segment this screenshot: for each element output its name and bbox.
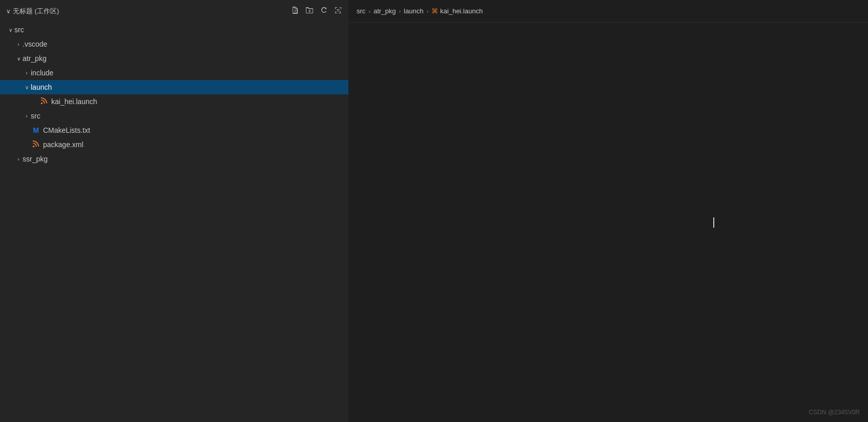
chevron-src-root: ∨ [6,27,14,33]
tree-item-kai-hei-launch[interactable]: kai_hei.launch [0,94,348,109]
cmake-icon: M [31,126,41,134]
label-cmakelists: CMakeLists.txt [43,126,90,134]
tree-item-ssr-pkg[interactable]: › ssr_pkg [0,152,348,166]
sidebar-header-icons [291,6,342,16]
sidebar: ∨ 无标题 (工作区) [0,0,348,422]
breadcrumb-file: ⌘ kai_hei.launch [431,7,483,15]
chevron-launch: ∨ [23,85,31,90]
editor-area[interactable]: CSDN @2345V0R [348,23,868,422]
chevron-ssr-pkg: › [14,156,23,162]
breadcrumb-bar: src › atr_pkg › launch › ⌘ kai_hei.launc… [348,0,868,23]
breadcrumb-sep-2: › [399,8,401,14]
chevron-atr-pkg: ∨ [14,56,23,62]
label-atr-pkg: atr_pkg [23,54,47,63]
new-folder-icon[interactable] [305,6,314,16]
tree-item-launch[interactable]: ∨ launch [0,80,348,94]
main-content: src › atr_pkg › launch › ⌘ kai_hei.launc… [348,0,868,422]
label-package-xml: package.xml [43,140,84,149]
watermark: CSDN @2345V0R [809,409,860,416]
sidebar-title-area: ∨ 无标题 (工作区) [6,7,287,16]
chevron-src-inner: › [23,113,31,119]
tree-item-atr-pkg[interactable]: ∨ atr_pkg [0,51,348,66]
text-cursor [713,217,714,228]
breadcrumb-filename: kai_hei.launch [440,7,483,15]
file-tree: ∨ src › .vscode ∨ atr_pkg › include ∨ la… [0,23,348,166]
breadcrumb: src › atr_pkg › launch › ⌘ kai_hei.launc… [357,7,483,15]
breadcrumb-rss-icon: ⌘ [431,7,438,15]
rss-icon-kai-hei [39,97,49,106]
label-ssr-pkg: ssr_pkg [23,155,48,163]
breadcrumb-sep-3: › [426,8,428,14]
breadcrumb-src: src [357,7,365,15]
breadcrumb-sep-1: › [368,8,370,14]
new-file-icon[interactable] [291,6,299,16]
label-vscode: .vscode [23,40,47,48]
rss-icon-package-xml [31,140,41,149]
breadcrumb-atr-pkg: atr_pkg [374,7,396,15]
label-src-inner: src [31,112,40,120]
label-kai-hei-launch: kai_hei.launch [51,97,97,106]
breadcrumb-launch: launch [404,7,423,15]
sidebar-title-text: 无标题 (工作区) [13,7,59,16]
label-include: include [31,69,53,77]
tree-item-src-inner[interactable]: › src [0,109,348,123]
collapse-all-icon[interactable] [334,6,342,16]
svg-point-1 [33,145,35,147]
tree-item-cmakelists[interactable]: M CMakeLists.txt [0,123,348,137]
tree-item-vscode[interactable]: › .vscode [0,37,348,51]
tree-item-include[interactable]: › include [0,66,348,80]
label-launch: launch [31,83,52,91]
chevron-include: › [23,70,31,76]
chevron-vscode: › [14,42,23,47]
refresh-icon[interactable] [320,6,328,16]
sidebar-header: ∨ 无标题 (工作区) [0,0,348,23]
svg-point-0 [41,102,43,104]
sidebar-title-chevron: ∨ [6,8,11,15]
label-src-root: src [14,26,24,34]
tree-item-src-root[interactable]: ∨ src [0,23,348,37]
tree-item-package-xml[interactable]: package.xml [0,137,348,152]
